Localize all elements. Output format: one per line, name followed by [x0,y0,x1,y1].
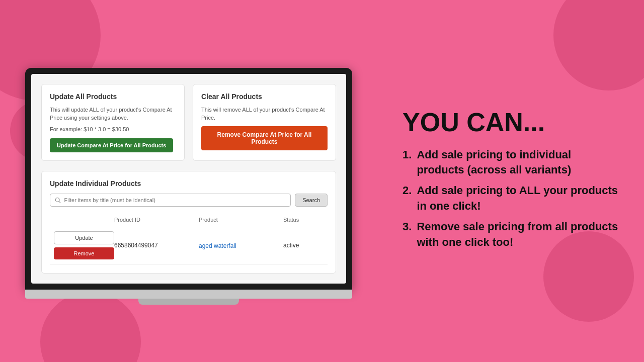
list-item-2: Add sale pricing to ALL your products in… [403,183,619,214]
right-content: YOU CAN... Add sale pricing to individua… [403,107,619,255]
status-cell: active [283,242,324,249]
clear-all-card: Clear All Products This will remove ALL … [193,84,336,161]
col-product-header: Product [199,217,283,223]
search-input[interactable] [64,194,286,206]
product-id-cell: 6658604499047 [114,242,199,249]
clear-all-title: Clear All Products [201,93,328,101]
cards-row: Update All Products This will update ALL… [41,84,336,161]
list-item-1: Add sale pricing to individual products … [403,147,619,178]
search-row: Search [50,194,328,207]
laptop-screen-inner: Update All Products This will update ALL… [31,74,346,284]
remove-row-button[interactable]: Remove [54,247,114,259]
list-item-3: Remove sale pricing from all products wi… [403,219,619,250]
svg-point-0 [55,198,59,202]
col-actions-header [54,217,114,223]
row-action-buttons: Update Remove [54,231,114,259]
search-input-wrap [50,194,291,207]
table-header: Product ID Product Status [50,214,328,226]
remove-compare-button[interactable]: Remove Compare At Price for All Products [201,126,328,150]
table-row: Update Remove 6658604499047 aged waterfa… [50,226,328,265]
update-all-card: Update All Products This will update ALL… [41,84,185,161]
product-name-cell: aged waterfall [199,241,283,250]
right-panel: YOU CAN... Add sale pricing to individua… [377,0,644,362]
update-row-button[interactable]: Update [54,231,114,244]
individual-section-title: Update Individual Products [50,179,328,188]
svg-line-1 [59,201,60,203]
product-link[interactable]: aged waterfall [199,242,236,249]
laptop-wrapper: Update All Products This will update ALL… [25,68,352,305]
col-status-header: Status [283,217,324,223]
laptop-base [25,290,352,299]
update-all-desc: This will update ALL of your product's C… [50,106,176,122]
update-all-example: For example: $10 * 3.0 = $30.50 [50,126,176,132]
you-can-list: Add sale pricing to individual products … [403,147,619,250]
you-can-heading: YOU CAN... [403,107,619,137]
search-button[interactable]: Search [295,194,328,207]
col-product-id-header: Product ID [114,217,199,223]
update-all-title: Update All Products [50,93,176,101]
individual-section: Update Individual Products Search [41,171,336,274]
update-all-button[interactable]: Update Compare At Price for All Products [50,138,173,152]
laptop-screen: Update All Products This will update ALL… [25,68,352,290]
left-panel: Update All Products This will update ALL… [0,0,377,362]
laptop-stand [138,299,239,305]
search-icon [54,197,61,204]
clear-all-desc: This will remove ALL of your product's C… [201,106,328,122]
